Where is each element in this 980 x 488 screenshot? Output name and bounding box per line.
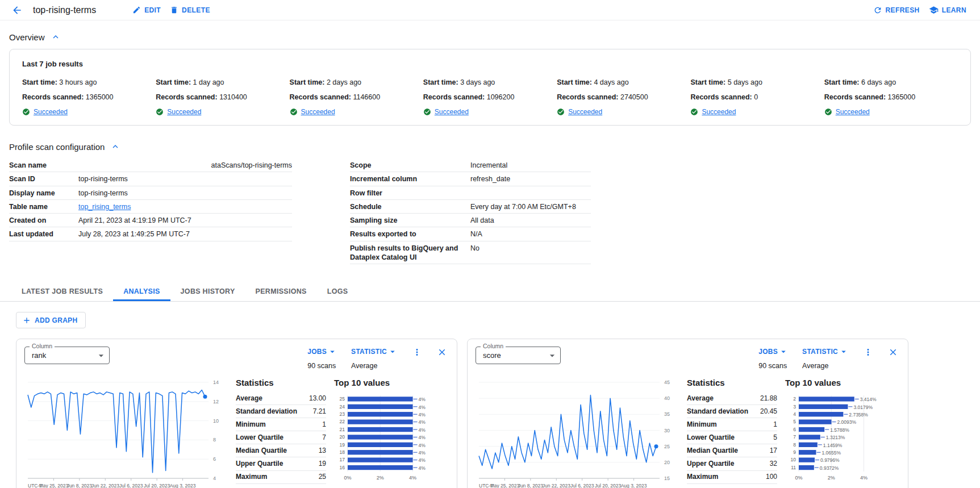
- config-row-scan-id: Scan ID top-rising-terms: [9, 172, 292, 186]
- svg-text:8: 8: [213, 437, 216, 443]
- svg-text:4%: 4%: [860, 475, 868, 481]
- jobs-scan-count: 90 scans: [758, 362, 787, 370]
- svg-text:Jun 22, 2023: Jun 22, 2023: [543, 483, 570, 488]
- stat-row: Minimum1: [236, 418, 326, 431]
- svg-text:May 25, 2023: May 25, 2023: [490, 483, 520, 488]
- last-jobs-card: Last 7 job results Start time: 3 hours a…: [9, 49, 971, 126]
- svg-text:3.0179%: 3.0179%: [853, 404, 873, 410]
- stat-row: Minimum1: [687, 418, 777, 431]
- svg-text:1.1459%: 1.1459%: [823, 443, 843, 448]
- back-button[interactable]: [9, 2, 25, 18]
- svg-text:2%: 2%: [377, 475, 384, 481]
- svg-text:2.0093%: 2.0093%: [837, 419, 857, 425]
- job-status-link[interactable]: Succeeded: [301, 108, 335, 116]
- check-circle-icon: [557, 108, 565, 116]
- tab-jobs-history[interactable]: JOBS HISTORY: [170, 282, 245, 301]
- config-tables: Scan name ataScans/top-rising-terms Scan…: [9, 159, 971, 264]
- config-row-scope: Scope Incremental: [350, 159, 591, 172]
- close-icon: [437, 347, 447, 357]
- tab-logs[interactable]: LOGS: [317, 282, 358, 301]
- config-row-row-filter: Row filter: [350, 186, 591, 200]
- job-result: Start time: 5 days ago Records scanned: …: [690, 78, 824, 116]
- svg-text:3.414%: 3.414%: [860, 397, 877, 402]
- refresh-icon: [873, 6, 882, 15]
- stat-row: Lower Quartile5: [687, 431, 777, 444]
- statistic-dropdown[interactable]: STATISTIC: [351, 347, 398, 357]
- tab-latest-job-results[interactable]: LATEST JOB RESULTS: [11, 282, 113, 301]
- stat-row: Standard deviation7.21: [236, 405, 326, 418]
- back-arrow-icon: [11, 5, 23, 16]
- job-result: Start time: 1 day ago Records scanned: 1…: [156, 78, 289, 116]
- card-menu-button[interactable]: [411, 347, 423, 358]
- svg-text:22: 22: [340, 419, 345, 424]
- stat-row: Upper Quartile19: [236, 457, 326, 470]
- svg-text:40: 40: [664, 395, 670, 401]
- tab-analysis[interactable]: ANALYSIS: [113, 282, 170, 301]
- svg-text:23: 23: [340, 411, 345, 417]
- trash-icon: [170, 6, 178, 14]
- svg-text:11: 11: [791, 465, 796, 470]
- jobs-dropdown[interactable]: JOBS: [758, 347, 789, 357]
- column-select-label: Column: [481, 343, 506, 349]
- job-result: Start time: 4 days ago Records scanned: …: [557, 78, 690, 116]
- svg-text:4: 4: [213, 476, 216, 481]
- svg-text:21: 21: [340, 427, 345, 432]
- jobs-dropdown[interactable]: JOBS: [307, 347, 337, 357]
- job-status-link[interactable]: Succeeded: [435, 108, 469, 116]
- svg-text:0%: 0%: [344, 475, 351, 481]
- svg-text:0%: 0%: [795, 475, 802, 481]
- delete-button[interactable]: DELETE: [165, 3, 215, 16]
- stat-row: Median Quartile17: [687, 444, 777, 457]
- config-collapse-button[interactable]: [109, 140, 122, 153]
- add-graph-button[interactable]: ADD GRAPH: [16, 312, 86, 328]
- svg-text:4%: 4%: [419, 457, 426, 463]
- svg-text:4%: 4%: [419, 450, 426, 456]
- svg-text:4%: 4%: [419, 443, 426, 448]
- svg-text:17: 17: [340, 457, 345, 462]
- statistic-dropdown[interactable]: STATISTIC: [802, 347, 849, 357]
- job-status-link[interactable]: Succeeded: [702, 108, 736, 116]
- check-circle-icon: [156, 108, 164, 116]
- job-status-link[interactable]: Succeeded: [568, 108, 602, 116]
- check-circle-icon: [824, 108, 832, 116]
- card-close-button[interactable]: [436, 347, 448, 358]
- svg-text:24: 24: [340, 404, 345, 410]
- card-close-button[interactable]: [887, 347, 899, 358]
- analysis-card-rank: Column rank JOBS 90 scans STATISTIC Aver…: [16, 339, 457, 488]
- column-select-label: Column: [30, 343, 55, 349]
- overview-collapse-button[interactable]: [49, 31, 62, 43]
- svg-text:12: 12: [213, 399, 219, 404]
- svg-text:Jul 20, 2023: Jul 20, 2023: [595, 483, 622, 488]
- job-result: Start time: 3 hours ago Records scanned:…: [22, 78, 156, 116]
- statistic-value: Average: [351, 362, 377, 370]
- tab-permissions[interactable]: PERMISSIONS: [245, 282, 317, 301]
- job-status-link[interactable]: Succeeded: [836, 108, 870, 116]
- stat-row: Standard deviation20.45: [687, 405, 777, 418]
- svg-text:35: 35: [664, 411, 670, 417]
- svg-text:4%: 4%: [419, 412, 426, 418]
- tab-bar: LATEST JOB RESULTS ANALYSIS JOBS HISTORY…: [0, 282, 980, 302]
- config-row-incremental-column: Incremental column refresh_date: [350, 172, 591, 186]
- job-status-link[interactable]: Succeeded: [167, 108, 201, 116]
- config-row-table-name: Table name top_rising_terms: [9, 200, 292, 214]
- svg-text:2%: 2%: [828, 475, 835, 481]
- column-select[interactable]: Column rank: [24, 347, 110, 364]
- job-status-link[interactable]: Succeeded: [34, 108, 68, 116]
- learn-button[interactable]: LEARN: [924, 3, 971, 17]
- edit-button[interactable]: EDIT: [128, 3, 165, 16]
- table-name-link[interactable]: top_rising_terms: [78, 203, 131, 211]
- svg-text:25: 25: [664, 444, 670, 449]
- svg-text:Jul 20, 2023: Jul 20, 2023: [144, 483, 170, 488]
- card-menu-button[interactable]: [862, 347, 874, 358]
- svg-text:4%: 4%: [419, 404, 426, 410]
- overview-section-header: Overview: [9, 31, 980, 43]
- refresh-button[interactable]: REFRESH: [869, 3, 924, 17]
- stat-row: Average13.00: [236, 392, 326, 405]
- top-values-bar-chart: 0%2%4%23.414%33.0179%42.7358%52.0093%61.…: [785, 392, 900, 483]
- config-row-schedule: Schedule Every day at 7:00 AM Etc/GMT+8: [350, 200, 591, 214]
- svg-text:20: 20: [340, 434, 345, 440]
- config-row-scan-name: Scan name ataScans/top-rising-terms: [9, 159, 292, 172]
- column-select[interactable]: Column score: [476, 347, 561, 364]
- svg-text:Aug 3, 2023: Aug 3, 2023: [170, 483, 196, 488]
- top-values-title: Top 10 values: [785, 378, 900, 387]
